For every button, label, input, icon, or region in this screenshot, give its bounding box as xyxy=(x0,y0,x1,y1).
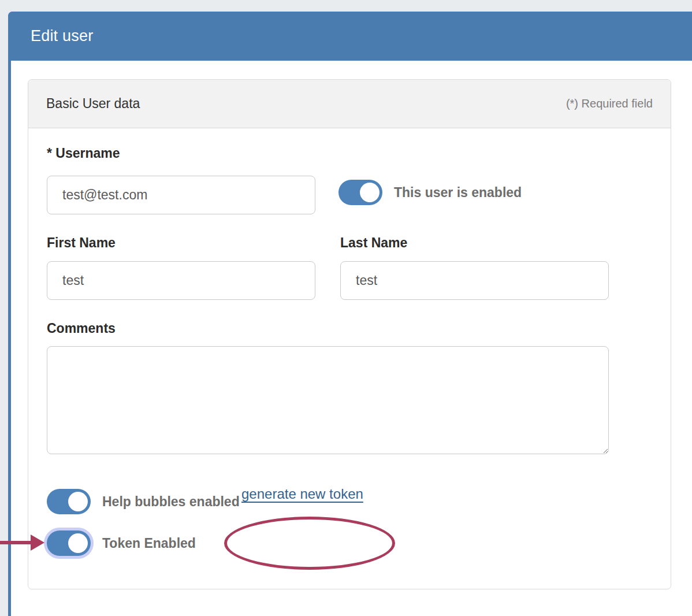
last-name-label: Last Name xyxy=(340,235,407,251)
last-name-input[interactable] xyxy=(340,261,609,300)
edit-user-header: Edit user xyxy=(8,12,692,61)
edit-user-card: Edit user Basic User data (*) Required f… xyxy=(8,12,692,616)
first-name-input[interactable] xyxy=(47,261,315,300)
help-bubbles-toggle[interactable] xyxy=(47,489,91,514)
comments-textarea[interactable] xyxy=(47,346,609,454)
token-enabled-row: Token Enabled xyxy=(47,530,196,556)
user-enabled-label: This user is enabled xyxy=(394,185,522,201)
page-title: Edit user xyxy=(31,27,93,45)
token-enabled-label: Token Enabled xyxy=(102,536,196,551)
required-field-note: (*) Required field xyxy=(566,97,653,110)
generate-token-link[interactable]: generate new token xyxy=(241,486,363,502)
first-name-label: First Name xyxy=(47,235,116,251)
help-bubbles-label: Help bubbles enabled xyxy=(102,494,240,510)
panel-header: Basic User data (*) Required field xyxy=(28,80,671,128)
user-enabled-toggle[interactable] xyxy=(338,180,382,205)
toggle-knob xyxy=(360,183,380,202)
toggle-knob xyxy=(68,533,88,553)
token-enabled-toggle[interactable] xyxy=(47,530,91,556)
username-input[interactable] xyxy=(47,176,315,214)
toggle-knob xyxy=(68,492,88,511)
basic-user-data-panel: Basic User data (*) Required field * Use… xyxy=(28,79,671,589)
panel-title: Basic User data xyxy=(46,96,140,112)
username-label: * Username xyxy=(47,146,120,161)
user-enabled-row: This user is enabled xyxy=(338,180,522,205)
help-bubbles-row: Help bubbles enabled xyxy=(47,489,240,514)
comments-label: Comments xyxy=(47,321,116,336)
